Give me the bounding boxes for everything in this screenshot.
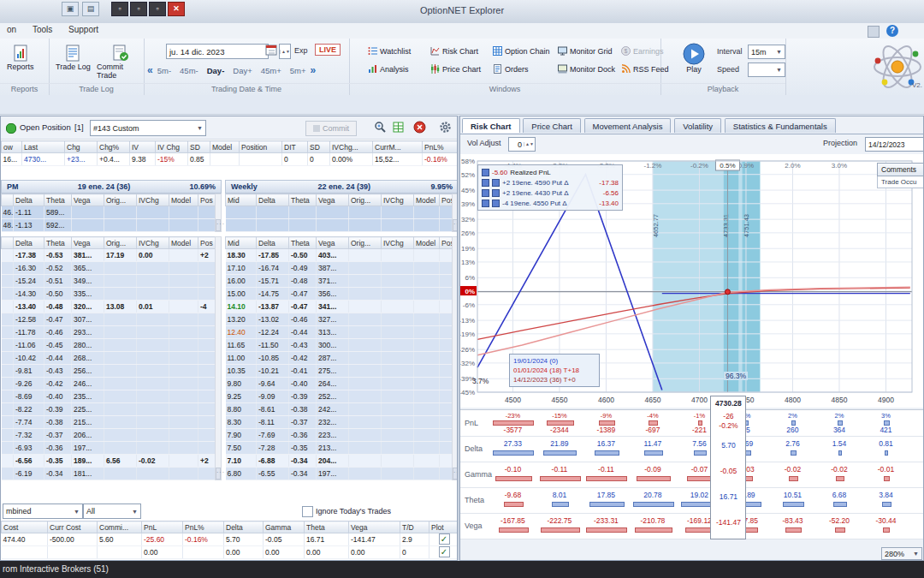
menu-item-option[interactable]: on: [0, 23, 23, 36]
table-row[interactable]: 8.80-8.61-0.38242...: [226, 403, 453, 416]
column-header[interactable]: Orig...: [349, 237, 382, 249]
position-selector[interactable]: #143 Custom▼: [90, 120, 206, 136]
table-row[interactable]: -17.38-0.53381...17.190.00+2: [2, 249, 216, 262]
option-chain-button[interactable]: Option Chain: [493, 44, 550, 58]
column-header[interactable]: Vega: [317, 237, 349, 249]
table-row[interactable]: -6.56-0.35189...6.56-0.02+2: [2, 455, 216, 468]
pin-icon[interactable]: [868, 26, 880, 38]
menu-item-support[interactable]: Support: [62, 23, 105, 36]
column-header[interactable]: IVChg...: [330, 141, 373, 153]
date-spinner[interactable]: ▲▼: [279, 44, 291, 59]
delete-position-icon[interactable]: [413, 121, 426, 135]
column-header[interactable]: Mid: [226, 194, 257, 206]
column-header[interactable]: Curr Cost: [48, 521, 98, 533]
column-header[interactable]: Chg%: [98, 141, 130, 153]
table-row[interactable]: -15.24-0.51349...: [2, 275, 216, 288]
column-header[interactable]: DIT: [282, 141, 308, 153]
column-header[interactable]: Model: [169, 194, 198, 206]
column-header[interactable]: PnL%: [183, 521, 224, 533]
table-row[interactable]: 15.00-14.75-0.47356...: [226, 288, 453, 301]
column-header[interactable]: Model: [169, 237, 198, 249]
column-header[interactable]: Theta: [289, 194, 317, 206]
table-row[interactable]: -11.78-0.46293...: [2, 326, 216, 339]
pause-icon[interactable]: ▫: [149, 2, 166, 16]
column-header[interactable]: IV Chg: [156, 141, 188, 153]
table-row[interactable]: 11.65-11.50-0.43300...: [226, 339, 453, 352]
table-row[interactable]: 7.50-7.28-0.35213...: [226, 442, 453, 455]
column-header[interactable]: CurrM...: [373, 141, 423, 153]
search-icon[interactable]: [374, 121, 387, 135]
comments-button[interactable]: Comments: [877, 163, 924, 176]
table-row[interactable]: -8.69-0.40235...: [2, 390, 216, 403]
expiry-group-right[interactable]: Weekly 22 ene. 24 (39) 9.95%: [225, 180, 458, 194]
column-header[interactable]: SD: [188, 141, 210, 153]
table-row[interactable]: [226, 206, 453, 219]
column-header[interactable]: Cost: [2, 521, 48, 533]
table-row[interactable]: 14.10-13.87-0.47341...: [226, 301, 453, 313]
table-row[interactable]: 13.20-13.02-0.46327...: [226, 313, 453, 326]
column-header[interactable]: Model: [210, 141, 240, 153]
table-row[interactable]: -10.42-0.44268...: [2, 352, 216, 365]
column-header[interactable]: PnL: [142, 521, 183, 533]
app-icon-2[interactable]: ▤: [82, 2, 99, 16]
table-row[interactable]: 17.10-16.74-0.49387...: [226, 262, 453, 275]
column-header[interactable]: Commi...: [98, 521, 142, 533]
speed-select[interactable]: ▼: [748, 63, 785, 77]
analysis-button[interactable]: Analysis: [368, 62, 409, 76]
nav-45m-back[interactable]: 45m-: [180, 66, 198, 75]
orders-button[interactable]: Orders: [493, 62, 529, 76]
table-row[interactable]: -16.30-0.52365...: [2, 262, 216, 275]
tab-volatility[interactable]: Volatility: [674, 118, 721, 133]
column-header[interactable]: Delta: [224, 521, 264, 533]
spinner-arrows-icon[interactable]: ▲▼: [524, 142, 535, 146]
column-header[interactable]: [2, 237, 14, 249]
table-row[interactable]: 46.24-1.11589...: [2, 206, 216, 219]
gear-icon[interactable]: [439, 121, 452, 135]
export-grid-icon[interactable]: [393, 121, 406, 135]
expiry-group-left[interactable]: PM 19 ene. 24 (36) 10.69%: [1, 180, 222, 194]
table-row[interactable]: -7.74-0.38215...: [2, 416, 216, 429]
table-row[interactable]: -6.19-0.34181...: [2, 468, 216, 480]
column-header[interactable]: Last: [22, 141, 65, 153]
column-header[interactable]: IVChg: [137, 237, 169, 249]
column-header[interactable]: Position: [240, 141, 282, 153]
interval-select[interactable]: 15m▼: [748, 45, 785, 59]
table-row[interactable]: 7.10-6.88-0.34204...: [226, 455, 453, 468]
close-icon[interactable]: ✕: [168, 2, 185, 16]
column-header[interactable]: IVChg: [382, 194, 414, 206]
column-header[interactable]: Delta: [257, 237, 289, 249]
column-header[interactable]: Pos: [440, 237, 453, 249]
column-header[interactable]: Theta: [305, 521, 349, 533]
column-header[interactable]: Delta: [14, 237, 44, 249]
nav-5m-forward[interactable]: 5m+: [290, 66, 306, 75]
column-header[interactable]: Vega: [349, 521, 400, 533]
restore-icon[interactable]: ▫: [130, 2, 147, 16]
trade-log-button[interactable]: Trade Log: [56, 44, 91, 71]
table-row[interactable]: -9.26-0.42246...: [2, 378, 216, 390]
nav-day-back[interactable]: Day-: [207, 66, 225, 75]
table-row[interactable]: [226, 219, 453, 232]
scrollbar-thumb[interactable]: ···: [216, 468, 221, 480]
menu-item-tools[interactable]: Tools: [26, 23, 59, 36]
column-header[interactable]: Plot: [429, 521, 459, 533]
table-row[interactable]: -11.06-0.45280...: [2, 339, 216, 352]
table-row[interactable]: 12.40-12.24-0.44313...: [226, 326, 453, 339]
comments-item[interactable]: Trade Occu: [877, 176, 924, 188]
table-row[interactable]: 8.30-8.11-0.37232...: [226, 416, 453, 429]
zoom-control[interactable]: 280% ▼: [881, 547, 922, 560]
scrollbar-thumb[interactable]: ···: [216, 219, 221, 231]
column-header[interactable]: Theta: [44, 237, 72, 249]
combined-filter-select[interactable]: mbined▼: [3, 504, 83, 519]
column-header[interactable]: SD: [308, 141, 330, 153]
table-row[interactable]: 474.40-500.005.60-25.60-0.16%5.70-0.0516…: [2, 533, 459, 546]
tab-price-chart[interactable]: Price Chart: [523, 118, 581, 133]
table-row[interactable]: 16...4730...+23...+0.4...9.38-15%0.85000…: [2, 153, 459, 166]
scrollbar[interactable]: ···: [452, 236, 458, 480]
app-icon[interactable]: ▣: [62, 2, 79, 16]
column-header[interactable]: Delta: [257, 194, 289, 206]
table-row[interactable]: 16.00-15.71-0.48371...: [226, 275, 453, 288]
monitor-grid-button[interactable]: Monitor Grid: [558, 44, 613, 58]
column-header[interactable]: [2, 194, 14, 206]
table-row[interactable]: -12.58-0.47307...: [2, 313, 216, 326]
table-row[interactable]: 11.00-10.85-0.42287...: [226, 352, 453, 365]
